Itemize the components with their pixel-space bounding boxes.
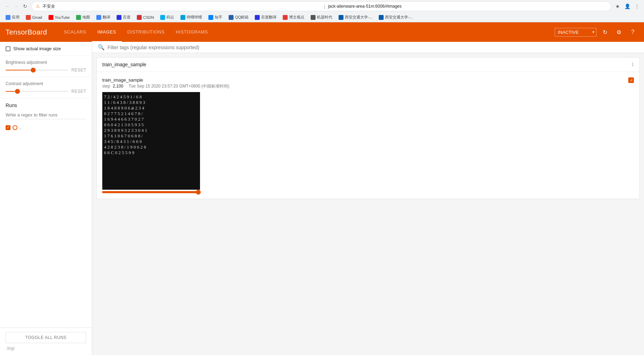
nav-images[interactable]: IMAGES: [92, 22, 122, 42]
help-button[interactable]: ?: [627, 27, 638, 38]
svg-text:7 2 / 4 2 4 5 9 1 / 6 8
      : 7 2 / 4 2 4 5 9 1 / 6 8 1 1 / 6 4 3 8 / …: [104, 94, 148, 155]
bookmark-zhihu[interactable]: 知乎: [206, 14, 225, 21]
bookmark-youtube-label: YouTube: [55, 15, 70, 20]
checkmark-icon: ✓: [7, 126, 9, 129]
bookmark-translate[interactable]: 翻译: [94, 14, 113, 21]
run-name: .: [20, 125, 21, 130]
image-card-info: train_image_sample step 2,100 Tue Sep 15…: [102, 77, 628, 89]
section-title: train_image_sample: [102, 62, 146, 67]
image-card-meta: step 2,100 Tue Sep 15 2020 23:57:20 GMT+…: [102, 83, 628, 89]
translate-icon: [96, 15, 101, 20]
gmail-icon: [26, 15, 31, 20]
xjtu1-icon: [339, 15, 343, 20]
bookmark-baidufanyi[interactable]: 百度翻译: [252, 14, 279, 21]
nav-histograms[interactable]: HISTOGRAMS: [170, 22, 214, 42]
bookmark-xjtu1-label: 西安交通大学-...: [345, 15, 372, 20]
step-slider-thumb[interactable]: [196, 190, 201, 195]
back-button[interactable]: ←: [3, 2, 11, 10]
contrast-reset-button[interactable]: RESET: [71, 89, 86, 94]
contrast-fill: [6, 91, 15, 92]
status-select[interactable]: INACTIVE ACTIVE: [555, 28, 597, 37]
bookmark-bowenshipin[interactable]: 博文视点: [280, 14, 307, 21]
sidebar-spacer: [0, 217, 92, 328]
runs-section: Runs ✓ .: [0, 98, 92, 217]
step-value: 2,100: [113, 84, 123, 89]
baidu-icon: [117, 15, 121, 20]
account-button[interactable]: 👤: [623, 2, 631, 10]
filter-input[interactable]: [108, 45, 638, 50]
forward-button[interactable]: →: [12, 2, 20, 10]
youtube-icon: [49, 15, 53, 20]
csdn-icon: [137, 15, 142, 20]
run-checkbox[interactable]: ✓: [6, 125, 10, 130]
browser-toolbar: ← → ↻ ⚠ 不安全 | jack-alienware-area-51m:60…: [0, 0, 644, 13]
bookmarks-bar: 应用 Gmail YouTube 地图 翻译 百度 CSDN 码云: [0, 13, 644, 22]
bookmark-translate-label: 翻译: [103, 15, 110, 20]
menu-button[interactable]: ⋮: [633, 2, 641, 10]
brightness-thumb[interactable]: [31, 68, 36, 73]
nav-scalars[interactable]: SCALARS: [58, 22, 92, 42]
apps-icon: [6, 15, 10, 20]
tb-sidebar: Show actual image size Brightness adjust…: [0, 42, 92, 355]
bookmark-mavi[interactable]: 码云: [157, 14, 177, 21]
bookmark-button[interactable]: ★: [613, 2, 622, 10]
bowenshipin-icon: [283, 15, 288, 20]
bookmark-gmail-label: Gmail: [32, 15, 42, 20]
bookmark-apps[interactable]: 应用: [3, 14, 22, 21]
xjtu2-icon: [379, 15, 384, 20]
bookmark-jiqishidai[interactable]: 机器时代: [308, 14, 335, 21]
bookmark-maps[interactable]: 地图: [73, 14, 93, 21]
contrast-section: Contrast adjustment RESET: [0, 77, 92, 98]
contrast-slider-row: RESET: [6, 89, 86, 94]
timestamp: Tue Sep 15 2020 23:57:20 GMT+0800 (中国标准时…: [128, 84, 229, 89]
contrast-track[interactable]: [6, 91, 68, 92]
bookmark-bilibili[interactable]: 哔哩哔哩: [178, 14, 205, 21]
image-section: train_image_sample 1 train_image_sample …: [96, 57, 640, 199]
contrast-label: Contrast adjustment: [6, 81, 86, 86]
tensorboard-app: TensorBoard SCALARS IMAGES DISTRIBUTIONS…: [0, 22, 644, 355]
bookmark-baidu[interactable]: 百度: [114, 14, 133, 21]
refresh-button[interactable]: ↻: [599, 27, 610, 38]
toggle-all-runs-button[interactable]: TOGGLE ALL RUNS: [6, 332, 86, 343]
url-separator: |: [324, 4, 325, 9]
bookmark-youtube[interactable]: YouTube: [46, 14, 73, 21]
content-area: 🔍 train_image_sample 1 train_image_: [92, 42, 644, 355]
step-slider-track[interactable]: [102, 191, 200, 193]
contrast-thumb[interactable]: [15, 89, 20, 94]
bookmark-csdn[interactable]: CSDN: [134, 14, 157, 21]
bookmark-bilibili-label: 哔哩哔哩: [187, 15, 202, 20]
brightness-reset-button[interactable]: RESET: [71, 68, 86, 73]
nav-buttons: ← → ↻: [3, 2, 29, 10]
expand-icon[interactable]: ↗: [628, 77, 634, 83]
runs-title: Runs: [6, 103, 86, 108]
bookmark-qq[interactable]: QQ邮箱: [226, 14, 251, 21]
bookmark-xjtu1[interactable]: 西安交通大学-...: [336, 14, 375, 21]
show-image-size-label: Show actual image size: [13, 46, 61, 51]
tb-logo: TensorBoard: [6, 28, 47, 36]
tb-nav: SCALARS IMAGES DISTRIBUTIONS HISTOGRAMS: [58, 22, 555, 42]
settings-button[interactable]: ⚙: [613, 27, 624, 38]
image-display: 7 2 / 4 2 4 5 9 1 / 6 8 1 1 / 6 4 3 8 / …: [102, 92, 634, 193]
bookmark-baidufanyi-label: 百度翻译: [261, 15, 276, 20]
browser-chrome: ← → ↻ ⚠ 不安全 | jack-alienware-area-51m:60…: [0, 0, 644, 22]
image-section-header: train_image_sample 1: [97, 58, 639, 72]
bookmark-xjtu2[interactable]: 西安交通大学-...: [376, 14, 415, 21]
brightness-track[interactable]: [6, 70, 68, 70]
url-text: 不安全: [43, 3, 321, 9]
brightness-section: Brightness adjustment RESET: [0, 56, 92, 77]
runs-filter-input[interactable]: [6, 111, 86, 119]
bookmark-gmail[interactable]: Gmail: [23, 14, 45, 21]
reload-button[interactable]: ↻: [21, 2, 29, 10]
bookmark-xjtu2-label: 西安交通大学-...: [385, 15, 413, 20]
show-image-size-checkbox[interactable]: [6, 46, 10, 51]
brightness-fill: [6, 70, 31, 70]
bookmark-jiqishidai-label: 机器时代: [317, 15, 332, 20]
bookmark-csdn-label: CSDN: [143, 15, 154, 20]
nav-distributions[interactable]: DISTRIBUTIONS: [122, 22, 170, 42]
step-slider-fill: [102, 191, 200, 193]
address-bar[interactable]: ⚠ 不安全 | jack-alienware-area-51m:6006/#im…: [31, 1, 611, 11]
bookmark-qq-label: QQ邮箱: [235, 15, 249, 20]
run-radio[interactable]: [13, 125, 17, 130]
maps-icon: [76, 15, 81, 20]
show-image-size-row: Show actual image size: [0, 42, 92, 56]
